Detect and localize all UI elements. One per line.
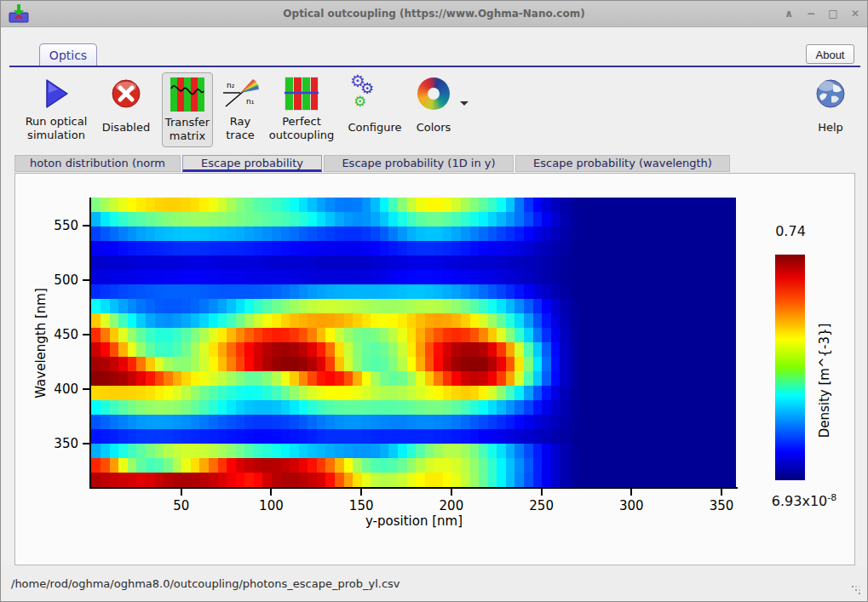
plot-tab-bar: hoton distribution (norm Escape probabil… — [1, 155, 867, 173]
run-label: Run optical simulation — [16, 115, 96, 142]
transfer-matrix-icon — [163, 75, 212, 114]
colors-wheel-icon — [409, 74, 458, 113]
minimize-icon[interactable]: − — [804, 7, 818, 20]
colorbar — [775, 255, 805, 480]
ray-trace-label: Ray trace — [216, 115, 264, 142]
transfer-matrix-button[interactable]: Transfer matrix — [162, 72, 213, 147]
y-tick — [83, 225, 89, 226]
x-tick — [360, 489, 362, 496]
x-tick — [270, 489, 272, 496]
help-label: Help — [806, 121, 855, 135]
tab-escape-probability-1d[interactable]: Escape probability (1D in y) — [324, 155, 514, 172]
tab-escape-probability-wavelength[interactable]: Escape probability (wavelength) — [515, 155, 730, 172]
toolbar: Run optical simulation Disabled — [1, 67, 867, 152]
app-logo-icon — [8, 4, 30, 23]
help-button[interactable]: Help — [806, 72, 855, 147]
resize-grip-icon[interactable] — [851, 585, 862, 596]
about-button[interactable]: About — [806, 44, 854, 64]
ray-n2-label: n₂ — [227, 81, 235, 89]
x-tick — [721, 489, 722, 496]
tab-photon-distribution[interactable]: hoton distribution (norm — [14, 155, 181, 172]
titlebar: Optical outcoupling (https://www.Oghma-N… — [1, 1, 867, 27]
window-controls: ∧ − □ ✕ — [782, 1, 862, 26]
perfect-outcoupling-label: Perfect outcoupling — [266, 115, 337, 142]
heatmap-canvas[interactable] — [91, 198, 736, 487]
colorbar-max-value: 0.74 — [765, 223, 816, 239]
help-globe-icon — [806, 74, 855, 113]
y-tick — [83, 334, 89, 335]
tab-optics[interactable]: Optics — [39, 43, 97, 66]
x-axis-title: y-position [nm] — [365, 513, 463, 529]
window-title: Optical outcoupling (https://www.Oghma-N… — [1, 8, 867, 20]
x-tick — [630, 489, 632, 496]
tab-escape-probability[interactable]: Escape probability — [182, 155, 322, 172]
maximize-icon[interactable]: □ — [826, 7, 840, 20]
ray-n1-label: n₁ — [246, 97, 255, 106]
plot-panel: 50100150200250300350550500450400350 Wave… — [14, 173, 855, 565]
perfect-outcoupling-button[interactable]: Perfect outcoupling — [266, 72, 337, 147]
disabled-label: Disabled — [98, 121, 154, 135]
x-tick-label: 250 — [520, 498, 563, 513]
x-tick — [181, 489, 182, 496]
y-tick — [83, 443, 89, 444]
x-tick-label: 150 — [340, 498, 382, 513]
app-window: Optical outcoupling (https://www.Oghma-N… — [0, 0, 868, 602]
keep-above-icon[interactable]: ∧ — [782, 7, 796, 20]
colors-label: Colors — [409, 121, 458, 135]
y-tick-label: 500 — [39, 272, 78, 288]
run-optical-simulation-button[interactable]: Run optical simulation — [16, 72, 96, 147]
x-axis-line — [89, 487, 738, 489]
x-tick-label: 100 — [250, 498, 292, 513]
disabled-button[interactable]: Disabled — [98, 72, 154, 147]
run-icon — [16, 74, 96, 113]
transfer-matrix-label: Transfer matrix — [163, 116, 212, 143]
statusbar: /home/rod/oghma/oghma8.0/outcoupling/pho… — [1, 565, 867, 602]
y-axis-line — [89, 198, 91, 489]
y-tick — [83, 388, 89, 390]
nav-row: Optics About — [1, 27, 867, 67]
colors-button[interactable]: Colors — [409, 72, 458, 147]
disabled-icon — [98, 74, 154, 113]
y-tick-label: 350 — [39, 436, 78, 451]
x-tick-label: 50 — [160, 498, 203, 513]
x-tick-label: 200 — [430, 498, 473, 513]
colors-dropdown-icon[interactable] — [460, 101, 468, 106]
x-tick-label: 300 — [610, 498, 652, 513]
status-file-path: /home/rod/oghma/oghma8.0/outcoupling/pho… — [11, 577, 400, 590]
x-tick-label: 350 — [700, 498, 743, 513]
y-axis-title: Wavelength [nm] — [33, 288, 49, 398]
colorbar-title: Density [m^{-3}] — [817, 324, 832, 439]
perfect-outcoupling-icon — [266, 74, 337, 113]
ray-trace-button[interactable]: n₂ n₁ Ray trace — [216, 72, 264, 147]
close-icon[interactable]: ✕ — [848, 7, 862, 20]
colorbar-min-value: 6.93x10-8 — [753, 492, 855, 509]
ray-trace-icon: n₂ n₁ — [216, 74, 264, 113]
configure-button[interactable]: ⚙ ⚙ ⚙ Configure — [343, 72, 406, 147]
configure-label: Configure — [343, 121, 406, 135]
x-tick — [541, 489, 543, 496]
y-tick — [83, 279, 89, 281]
configure-gears-icon: ⚙ ⚙ ⚙ — [343, 74, 381, 113]
y-tick-label: 550 — [39, 218, 78, 233]
x-tick — [451, 489, 452, 496]
